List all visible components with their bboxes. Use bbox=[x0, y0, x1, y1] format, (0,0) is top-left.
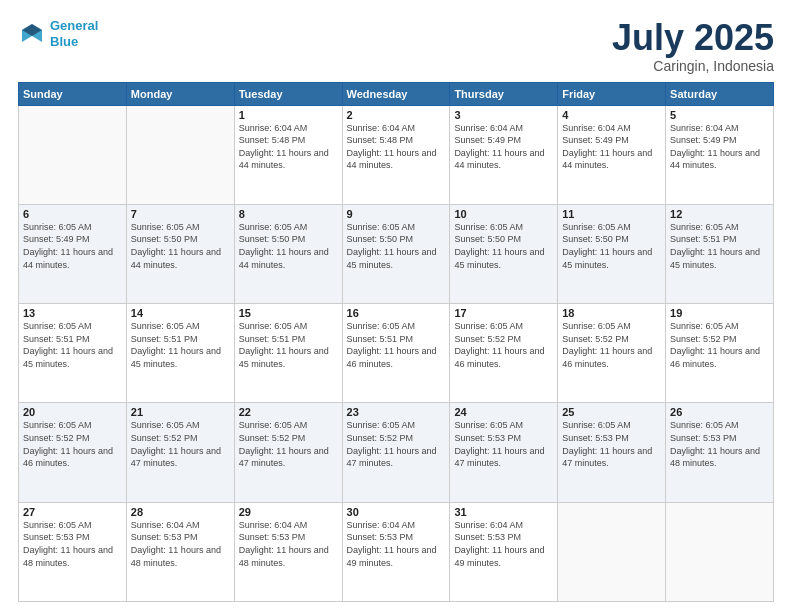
day-info: Sunrise: 6:04 AM Sunset: 5:49 PM Dayligh… bbox=[454, 122, 553, 172]
calendar-cell: 3Sunrise: 6:04 AM Sunset: 5:49 PM Daylig… bbox=[450, 105, 558, 204]
location-title: Caringin, Indonesia bbox=[612, 58, 774, 74]
day-number: 12 bbox=[670, 208, 769, 220]
day-number: 6 bbox=[23, 208, 122, 220]
day-number: 2 bbox=[347, 109, 446, 121]
day-info: Sunrise: 6:05 AM Sunset: 5:52 PM Dayligh… bbox=[23, 419, 122, 469]
weekday-header-tuesday: Tuesday bbox=[234, 82, 342, 105]
calendar-cell: 8Sunrise: 6:05 AM Sunset: 5:50 PM Daylig… bbox=[234, 204, 342, 303]
day-info: Sunrise: 6:05 AM Sunset: 5:52 PM Dayligh… bbox=[239, 419, 338, 469]
weekday-header-monday: Monday bbox=[126, 82, 234, 105]
logo: General Blue bbox=[18, 18, 98, 49]
day-info: Sunrise: 6:04 AM Sunset: 5:49 PM Dayligh… bbox=[562, 122, 661, 172]
calendar-cell: 12Sunrise: 6:05 AM Sunset: 5:51 PM Dayli… bbox=[666, 204, 774, 303]
day-number: 22 bbox=[239, 406, 338, 418]
calendar-cell: 21Sunrise: 6:05 AM Sunset: 5:52 PM Dayli… bbox=[126, 403, 234, 502]
day-number: 18 bbox=[562, 307, 661, 319]
day-info: Sunrise: 6:05 AM Sunset: 5:51 PM Dayligh… bbox=[347, 320, 446, 370]
day-number: 20 bbox=[23, 406, 122, 418]
day-info: Sunrise: 6:05 AM Sunset: 5:50 PM Dayligh… bbox=[454, 221, 553, 271]
day-info: Sunrise: 6:05 AM Sunset: 5:53 PM Dayligh… bbox=[454, 419, 553, 469]
calendar-cell: 9Sunrise: 6:05 AM Sunset: 5:50 PM Daylig… bbox=[342, 204, 450, 303]
weekday-header-thursday: Thursday bbox=[450, 82, 558, 105]
calendar-cell: 6Sunrise: 6:05 AM Sunset: 5:49 PM Daylig… bbox=[19, 204, 127, 303]
calendar-cell: 29Sunrise: 6:04 AM Sunset: 5:53 PM Dayli… bbox=[234, 502, 342, 601]
calendar-table: SundayMondayTuesdayWednesdayThursdayFrid… bbox=[18, 82, 774, 602]
day-info: Sunrise: 6:04 AM Sunset: 5:53 PM Dayligh… bbox=[347, 519, 446, 569]
day-number: 3 bbox=[454, 109, 553, 121]
calendar-cell bbox=[19, 105, 127, 204]
weekday-header-sunday: Sunday bbox=[19, 82, 127, 105]
calendar-week-row: 13Sunrise: 6:05 AM Sunset: 5:51 PM Dayli… bbox=[19, 304, 774, 403]
calendar-cell: 13Sunrise: 6:05 AM Sunset: 5:51 PM Dayli… bbox=[19, 304, 127, 403]
day-number: 14 bbox=[131, 307, 230, 319]
day-number: 4 bbox=[562, 109, 661, 121]
day-number: 11 bbox=[562, 208, 661, 220]
calendar-cell: 18Sunrise: 6:05 AM Sunset: 5:52 PM Dayli… bbox=[558, 304, 666, 403]
day-number: 7 bbox=[131, 208, 230, 220]
calendar-week-row: 20Sunrise: 6:05 AM Sunset: 5:52 PM Dayli… bbox=[19, 403, 774, 502]
calendar-cell: 30Sunrise: 6:04 AM Sunset: 5:53 PM Dayli… bbox=[342, 502, 450, 601]
calendar-week-row: 27Sunrise: 6:05 AM Sunset: 5:53 PM Dayli… bbox=[19, 502, 774, 601]
calendar-week-row: 1Sunrise: 6:04 AM Sunset: 5:48 PM Daylig… bbox=[19, 105, 774, 204]
day-number: 1 bbox=[239, 109, 338, 121]
day-info: Sunrise: 6:04 AM Sunset: 5:53 PM Dayligh… bbox=[131, 519, 230, 569]
calendar-cell: 23Sunrise: 6:05 AM Sunset: 5:52 PM Dayli… bbox=[342, 403, 450, 502]
day-number: 17 bbox=[454, 307, 553, 319]
calendar-cell: 11Sunrise: 6:05 AM Sunset: 5:50 PM Dayli… bbox=[558, 204, 666, 303]
day-info: Sunrise: 6:05 AM Sunset: 5:50 PM Dayligh… bbox=[239, 221, 338, 271]
day-number: 15 bbox=[239, 307, 338, 319]
day-info: Sunrise: 6:05 AM Sunset: 5:52 PM Dayligh… bbox=[562, 320, 661, 370]
calendar-cell: 31Sunrise: 6:04 AM Sunset: 5:53 PM Dayli… bbox=[450, 502, 558, 601]
day-info: Sunrise: 6:05 AM Sunset: 5:52 PM Dayligh… bbox=[670, 320, 769, 370]
calendar-cell: 19Sunrise: 6:05 AM Sunset: 5:52 PM Dayli… bbox=[666, 304, 774, 403]
calendar-cell: 20Sunrise: 6:05 AM Sunset: 5:52 PM Dayli… bbox=[19, 403, 127, 502]
calendar-body: 1Sunrise: 6:04 AM Sunset: 5:48 PM Daylig… bbox=[19, 105, 774, 601]
day-info: Sunrise: 6:05 AM Sunset: 5:52 PM Dayligh… bbox=[131, 419, 230, 469]
day-number: 29 bbox=[239, 506, 338, 518]
day-number: 30 bbox=[347, 506, 446, 518]
calendar-cell: 26Sunrise: 6:05 AM Sunset: 5:53 PM Dayli… bbox=[666, 403, 774, 502]
weekday-header-friday: Friday bbox=[558, 82, 666, 105]
logo-text: General Blue bbox=[50, 18, 98, 49]
day-number: 31 bbox=[454, 506, 553, 518]
day-info: Sunrise: 6:05 AM Sunset: 5:51 PM Dayligh… bbox=[670, 221, 769, 271]
day-info: Sunrise: 6:05 AM Sunset: 5:52 PM Dayligh… bbox=[347, 419, 446, 469]
day-info: Sunrise: 6:05 AM Sunset: 5:50 PM Dayligh… bbox=[131, 221, 230, 271]
logo-line2: Blue bbox=[50, 34, 78, 49]
day-number: 9 bbox=[347, 208, 446, 220]
day-info: Sunrise: 6:04 AM Sunset: 5:49 PM Dayligh… bbox=[670, 122, 769, 172]
calendar-cell: 2Sunrise: 6:04 AM Sunset: 5:48 PM Daylig… bbox=[342, 105, 450, 204]
day-info: Sunrise: 6:05 AM Sunset: 5:53 PM Dayligh… bbox=[562, 419, 661, 469]
weekday-header-row: SundayMondayTuesdayWednesdayThursdayFrid… bbox=[19, 82, 774, 105]
header: General Blue July 2025 Caringin, Indones… bbox=[18, 18, 774, 74]
logo-icon bbox=[18, 20, 46, 48]
calendar-header: SundayMondayTuesdayWednesdayThursdayFrid… bbox=[19, 82, 774, 105]
day-number: 24 bbox=[454, 406, 553, 418]
day-number: 16 bbox=[347, 307, 446, 319]
day-number: 13 bbox=[23, 307, 122, 319]
calendar-cell: 25Sunrise: 6:05 AM Sunset: 5:53 PM Dayli… bbox=[558, 403, 666, 502]
calendar-cell: 22Sunrise: 6:05 AM Sunset: 5:52 PM Dayli… bbox=[234, 403, 342, 502]
day-number: 5 bbox=[670, 109, 769, 121]
day-info: Sunrise: 6:04 AM Sunset: 5:53 PM Dayligh… bbox=[239, 519, 338, 569]
calendar-cell: 1Sunrise: 6:04 AM Sunset: 5:48 PM Daylig… bbox=[234, 105, 342, 204]
day-number: 28 bbox=[131, 506, 230, 518]
day-info: Sunrise: 6:05 AM Sunset: 5:50 PM Dayligh… bbox=[347, 221, 446, 271]
day-number: 27 bbox=[23, 506, 122, 518]
day-info: Sunrise: 6:05 AM Sunset: 5:49 PM Dayligh… bbox=[23, 221, 122, 271]
day-number: 21 bbox=[131, 406, 230, 418]
calendar-cell bbox=[558, 502, 666, 601]
page: General Blue July 2025 Caringin, Indones… bbox=[0, 0, 792, 612]
weekday-header-wednesday: Wednesday bbox=[342, 82, 450, 105]
calendar-cell: 10Sunrise: 6:05 AM Sunset: 5:50 PM Dayli… bbox=[450, 204, 558, 303]
calendar-week-row: 6Sunrise: 6:05 AM Sunset: 5:49 PM Daylig… bbox=[19, 204, 774, 303]
day-info: Sunrise: 6:05 AM Sunset: 5:51 PM Dayligh… bbox=[131, 320, 230, 370]
calendar-cell: 24Sunrise: 6:05 AM Sunset: 5:53 PM Dayli… bbox=[450, 403, 558, 502]
calendar-cell: 7Sunrise: 6:05 AM Sunset: 5:50 PM Daylig… bbox=[126, 204, 234, 303]
calendar-cell: 4Sunrise: 6:04 AM Sunset: 5:49 PM Daylig… bbox=[558, 105, 666, 204]
logo-line1: General bbox=[50, 18, 98, 33]
day-number: 19 bbox=[670, 307, 769, 319]
weekday-header-saturday: Saturday bbox=[666, 82, 774, 105]
day-info: Sunrise: 6:05 AM Sunset: 5:51 PM Dayligh… bbox=[239, 320, 338, 370]
calendar-cell: 5Sunrise: 6:04 AM Sunset: 5:49 PM Daylig… bbox=[666, 105, 774, 204]
